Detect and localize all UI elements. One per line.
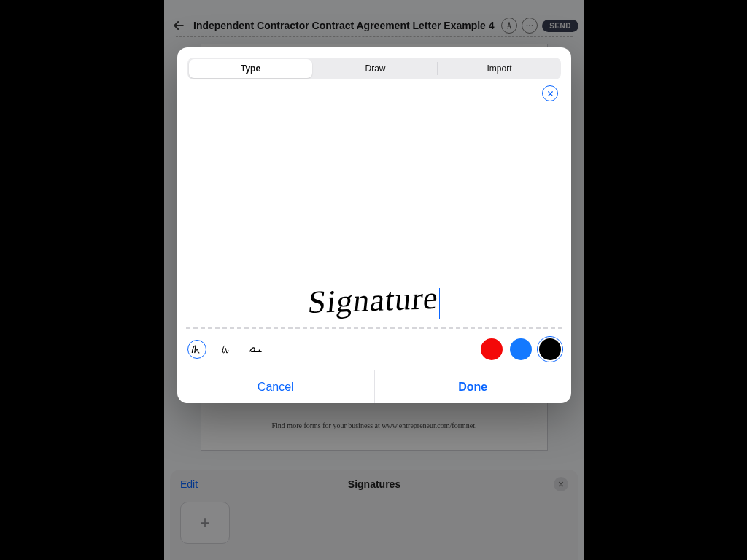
signature-mode-tabs: Type Draw Import [187,58,561,79]
cancel-button[interactable]: Cancel [177,370,374,403]
tab-type[interactable]: Type [189,59,312,78]
font-style-2[interactable] [217,340,236,359]
tab-draw[interactable]: Draw [314,58,437,79]
signature-modal: Type Draw Import Signature Cance [177,47,571,403]
typed-signature: Signature [177,281,571,319]
typed-signature-text: Signature [306,279,441,321]
color-picker [481,338,561,360]
color-blue[interactable] [510,338,532,360]
font-style-3[interactable] [246,340,265,359]
font-style-picker [187,340,265,359]
color-red[interactable] [481,338,503,360]
signature-canvas[interactable]: Signature [177,79,571,323]
color-black[interactable] [539,338,561,360]
font-style-1[interactable] [187,340,206,359]
signature-tools [177,329,571,370]
done-button[interactable]: Done [375,370,572,403]
text-caret [439,288,440,319]
tab-import[interactable]: Import [438,58,561,79]
modal-footer: Cancel Done [177,370,571,403]
